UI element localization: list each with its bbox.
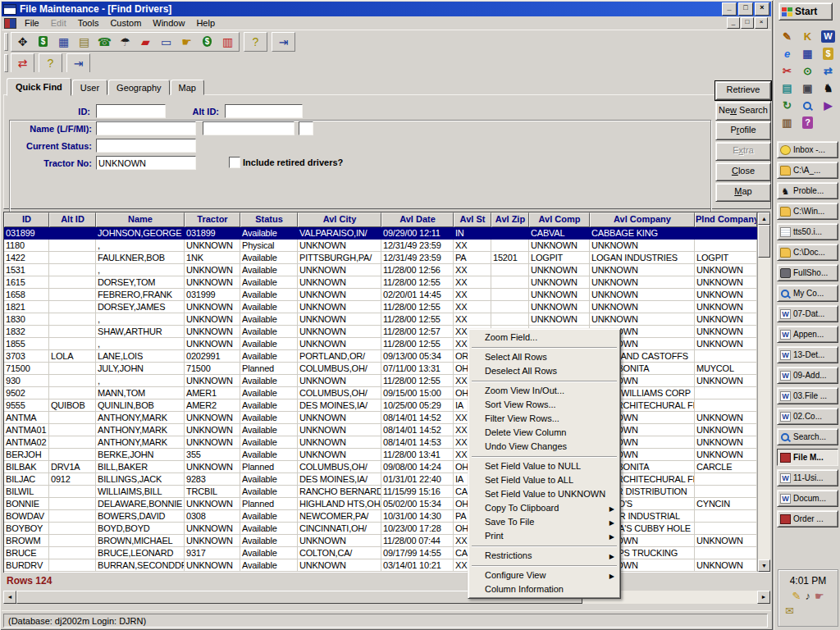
column-header-tractor[interactable]: Tractor [185,212,240,227]
manual-icon[interactable]: ? [797,114,818,131]
column-header-status[interactable]: Status [240,212,298,227]
hand-icon[interactable]: ☛ [176,33,197,50]
context-menu-item-select-all-rows[interactable]: Select All Rows [470,350,619,364]
media-icon[interactable]: ▶ [818,97,838,114]
restore-button[interactable]: □ [738,2,753,16]
city-icon[interactable]: ▦ [53,33,74,50]
table-row[interactable]: BONNIEDELAWARE,BONNIEUNKNOWNPlannedHIGHL… [4,498,757,510]
map-button[interactable]: Map [715,183,771,202]
middle-initial-input[interactable] [299,121,313,135]
mailbox-icon[interactable]: ▤ [74,33,94,50]
menu-help[interactable]: Help [190,17,221,29]
exit-icon[interactable]: ⇥ [273,33,294,50]
medal-icon[interactable]: $ [818,45,838,62]
table-row[interactable]: 1821DORSEY,JAMESUNKNOWNAvailableUNKNOWN1… [4,301,757,313]
sidebar-item-03-file[interactable]: W03.File ... [777,387,838,404]
swan-icon[interactable]: ♞ [818,80,838,97]
table-row[interactable]: BERJOHBERKE,JOHN355AvailableUNKNOWN11/28… [4,449,757,461]
toolbar-grip[interactable] [4,33,8,51]
notes-icon[interactable]: ✎ [777,28,797,45]
sidebar-item-tts50-i[interactable]: tts50.i... [777,223,838,240]
sidebar-item-inbox[interactable]: Inbox -... [777,141,838,158]
restore-button[interactable]: □ [741,17,754,29]
reminder-icon[interactable]: ☛ [815,590,824,602]
id-input[interactable] [96,104,166,118]
column-header-plnd-company[interactable]: Plnd Company [695,212,757,227]
moneybag-icon[interactable]: $ [197,33,217,50]
table-row[interactable]: 1180,UNKNOWNPhysicalUNKNOWN12/31/49 23:5… [4,240,757,252]
menu-window[interactable]: Window [147,17,190,29]
context-menu-item-restrictions[interactable]: Restrictions▶ [470,549,619,563]
horizontal-scrollbar[interactable]: ◄ ► [3,591,770,604]
context-menu-item-print[interactable]: Print▶ [470,529,619,543]
table-row[interactable]: 031899JOHNSON,GEORGE031899AvailableVALPA… [4,227,757,240]
table-row[interactable]: 71500JULY,JOHN71500PlannedCOLUMBUS,OH/07… [4,363,757,375]
book-icon[interactable]: ▤ [777,80,797,97]
close-button[interactable]: Close [715,162,771,181]
scroll-down-button[interactable]: ▼ [758,559,770,572]
network-icon[interactable]: ⇄ [818,62,838,80]
table-row[interactable]: 1531,UNKNOWNAvailableUNKNOWN11/28/00 12:… [4,264,757,276]
fuel-pump-icon[interactable]: $ [33,33,53,50]
sidebar-item-appen[interactable]: WAppen... [777,326,838,343]
tools-icon[interactable]: ✂ [777,62,797,80]
table-row[interactable]: ANTMA01ANTHONY,MARKUNKNOWNAvailableUNKNO… [4,424,757,436]
scroll-up-button[interactable]: ▲ [758,212,770,225]
clock-icon[interactable]: ⊙ [797,62,818,80]
billboard-icon[interactable]: ▭ [156,33,176,50]
mdi-child-icon[interactable] [4,18,16,29]
scroll-right-button[interactable]: ► [757,591,770,604]
table-row[interactable]: 1832SHAW,ARTHURUNKNOWNAvailableUNKNOWN11… [4,326,757,338]
sidebar-item-02-co[interactable]: W02.Co... [777,408,838,425]
sidebar-item-order[interactable]: Order ... [777,510,838,527]
table-row[interactable]: 9502MANN,TOMAMER1AvailableCOLUMBUS,OH/09… [4,387,757,399]
column-header-id[interactable]: ID [4,212,49,227]
tab-map[interactable]: Map [171,80,204,95]
close-button[interactable]: × [755,17,768,29]
tab-geography[interactable]: Geography [108,80,169,95]
menu-edit[interactable]: Edit [45,17,72,29]
context-menu-item-copy-to-clipboard[interactable]: Copy To Clipboard▶ [470,501,619,515]
first-name-input[interactable] [203,121,294,135]
menu-custom[interactable]: Custom [104,17,147,29]
table-row[interactable]: BRUCEBRUCE,LEONARD9317AvailableCOLTON,CA… [4,547,757,559]
table-row[interactable]: 1615DORSEY,TOMUNKNOWNAvailableUNKNOWN11/… [4,276,757,289]
last-name-input[interactable] [96,121,196,135]
vertical-scrollbar-thumb[interactable] [758,225,770,258]
context-menu-item-undo-view-changes[interactable]: Undo View Changes [470,440,619,454]
sidebar-item-c-a[interactable]: C:\A_... [777,162,838,179]
alt-id-input[interactable] [225,104,303,118]
column-header-avl-comp[interactable]: Avl Comp [529,212,590,227]
context-menu-item-set-field-value-to-unknown[interactable]: Set Field Value to UNKNOWN [470,487,619,501]
table-row[interactable]: 9555QUIBOBQUINLIN,BOBAMER2AvailableDES M… [4,399,757,412]
minimize-button[interactable]: _ [722,2,737,16]
pen-icon[interactable]: ✎ [792,590,801,602]
table-row[interactable]: BURDRVBURRAN,SECONDDRIVERUNKNOWNAvailabl… [4,559,757,572]
table-row[interactable]: 1422FAULKNER,BOB1NKAvailablePITTSBURGH,P… [4,252,757,264]
sidebar-item-13-det[interactable]: W13-Det... [777,346,838,363]
table-row[interactable]: ANTMAANTHONY,MARKUNKNOWNAvailableUNKNOWN… [4,412,757,424]
table-row[interactable]: 1830,UNKNOWNAvailableUNKNOWN11/28/00 12:… [4,313,757,326]
table-row[interactable]: BILBAKDRV1ABILL,BAKERUNKNOWNPlannedCOLUM… [4,461,757,473]
close-button[interactable]: × [755,2,769,16]
column-header-avl-zip[interactable]: Avl Zip [491,212,529,227]
keys-icon[interactable]: K [797,28,818,45]
retrieve-button[interactable]: Retrieve [715,81,771,100]
tab-quick-find[interactable]: Quick Find [7,78,71,96]
context-menu-item-save-to-file[interactable]: Save To File▶ [470,515,619,529]
context-menu-item-sort-view-rows[interactable]: Sort View Rows... [470,398,619,412]
table-row[interactable]: BROWMBROWN,MICHAELUNKNOWNAvailableUNKNOW… [4,535,757,547]
table-row[interactable]: 1855,UNKNOWNAvailableUNKNOWN11/28/00 12:… [4,338,757,350]
sidebar-item-c-doc[interactable]: C:\Doc... [777,244,838,261]
column-header-avl-city[interactable]: Avl City [298,212,381,227]
context-menu-item-zoom-field[interactable]: Zoom Field... [470,331,619,345]
table-row[interactable]: BILWILWILLIAIMS,BILLTRCBILAvailableRANCH… [4,486,757,498]
table-row[interactable]: 930,UNKNOWNAvailableUNKNOWN11/28/00 12:5… [4,375,757,387]
sidebar-item-docum[interactable]: WDocum... [777,490,838,507]
column-header-avl-date[interactable]: Avl Date [381,212,454,227]
column-header-avl-st[interactable]: Avl St [454,212,491,227]
context-menu-item-zoom-view-in-out[interactable]: Zoom View In/Out... [470,384,619,398]
menu-file[interactable]: File [19,17,45,29]
toolbar-grip[interactable] [4,54,8,72]
move-icon[interactable]: ✥ [12,33,33,50]
